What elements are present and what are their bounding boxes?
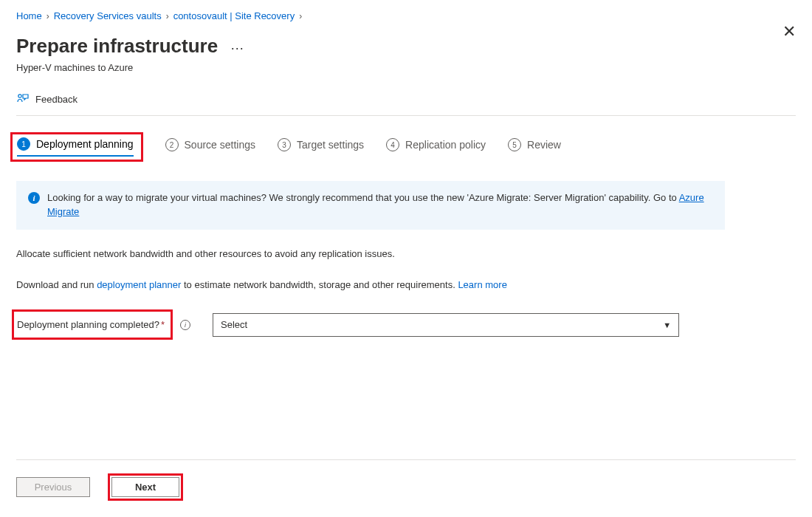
wizard-tabs: 1 Deployment planning 2 Source settings … <box>16 132 796 162</box>
breadcrumb-vaults[interactable]: Recovery Services vaults <box>54 10 162 21</box>
chevron-right-icon: › <box>299 11 302 21</box>
select-placeholder: Select <box>221 319 247 330</box>
tab-review[interactable]: 5 Review <box>508 138 561 156</box>
step-number-icon: 2 <box>165 138 179 151</box>
tab-label: Replication policy <box>405 139 486 151</box>
learn-more-link[interactable]: Learn more <box>458 279 506 290</box>
divider <box>16 459 796 460</box>
next-button[interactable]: Next <box>111 477 179 497</box>
previous-button: Previous <box>16 477 90 497</box>
step-number-icon: 3 <box>278 138 291 151</box>
body-line-2: Download and run deployment planner to e… <box>16 278 725 292</box>
page-title: Prepare infrastructure <box>16 35 218 58</box>
tab-label: Target settings <box>297 139 364 151</box>
tab-label: Review <box>527 139 561 151</box>
more-actions-button[interactable]: ··· <box>231 41 244 55</box>
tab-source-settings[interactable]: 2 Source settings <box>165 138 256 156</box>
breadcrumb: Home › Recovery Services vaults › contos… <box>16 10 796 21</box>
step-number-icon: 1 <box>17 137 30 151</box>
info-text: Looking for a way to migrate your virtua… <box>47 191 713 219</box>
close-button[interactable]: ✕ <box>782 24 796 40</box>
required-asterisk: * <box>161 319 165 330</box>
breadcrumb-home[interactable]: Home <box>16 10 42 21</box>
tab-replication-policy[interactable]: 4 Replication policy <box>386 138 486 156</box>
help-icon[interactable]: i <box>180 320 190 330</box>
breadcrumb-vault-detail[interactable]: contosovault | Site Recovery <box>173 10 295 21</box>
highlight-next-button: Next <box>108 473 183 501</box>
chevron-down-icon: ▼ <box>663 321 671 329</box>
wizard-footer: Previous Next <box>16 459 796 501</box>
tab-label: Deployment planning <box>36 138 134 150</box>
form-row-deployment-planning: Deployment planning completed? * i Selec… <box>16 309 796 340</box>
page-subtitle: Hyper-V machines to Azure <box>16 62 796 73</box>
divider <box>16 115 796 116</box>
highlight-active-tab: 1 Deployment planning <box>10 132 143 162</box>
tab-deployment-planning[interactable]: 1 Deployment planning <box>17 137 134 157</box>
deployment-planning-select[interactable]: Select ▼ <box>213 313 679 337</box>
feedback-button[interactable]: Feedback <box>16 92 796 106</box>
body-line-1: Allocate sufficient network bandwidth an… <box>16 247 725 261</box>
tab-target-settings[interactable]: 3 Target settings <box>278 138 364 156</box>
svg-point-0 <box>18 95 21 97</box>
info-icon: i <box>28 192 40 204</box>
chevron-right-icon: › <box>166 11 169 21</box>
feedback-label: Feedback <box>35 94 78 105</box>
deployment-planner-link[interactable]: deployment planner <box>97 279 181 290</box>
chevron-right-icon: › <box>47 11 49 21</box>
step-number-icon: 4 <box>386 138 399 151</box>
form-label: Deployment planning completed? <box>17 319 159 330</box>
highlight-form-label: Deployment planning completed? * <box>12 309 173 340</box>
feedback-icon <box>16 92 30 106</box>
info-banner: i Looking for a way to migrate your virt… <box>16 181 725 230</box>
step-number-icon: 5 <box>508 138 521 151</box>
tab-label: Source settings <box>185 139 256 151</box>
